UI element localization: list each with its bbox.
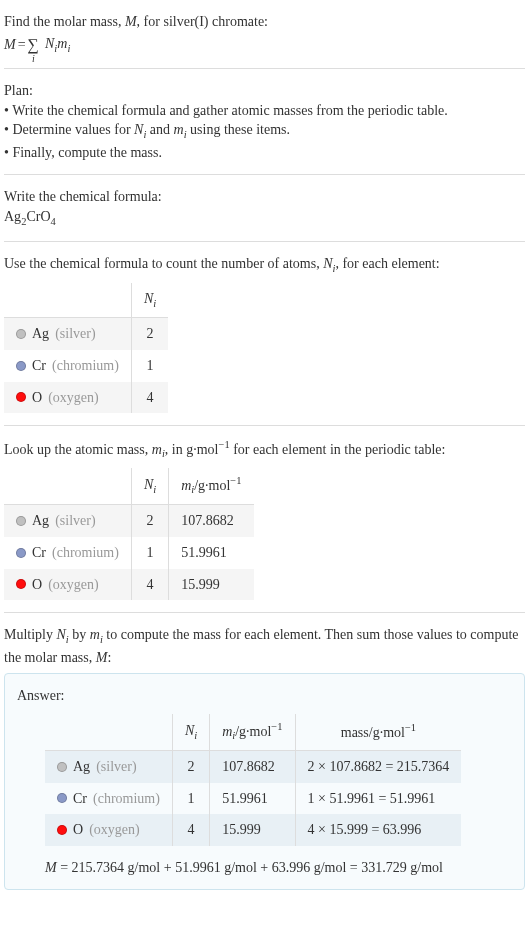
header-mass: mass/g·mol−1 (295, 714, 461, 751)
element-name: (chromium) (93, 789, 160, 809)
plan-title: Plan: (4, 81, 525, 101)
plan-bullet-2: • Determine values for Ni and mi using t… (4, 120, 525, 142)
element-name: (oxygen) (48, 388, 99, 408)
final-answer: M = 215.7364 g/mol + 51.9961 g/mol + 63.… (45, 858, 512, 878)
element-dot-icon (16, 361, 26, 371)
n-value: 2 (172, 751, 209, 783)
element-dot-icon (16, 548, 26, 558)
multiply-section: Multiply Ni by mi to compute the mass fo… (4, 617, 525, 898)
table-row: Cr (chromium)1 (4, 350, 168, 382)
atomic-mass-section: Look up the atomic mass, mi, in g·mol−1 … (4, 430, 525, 608)
element-dot-icon (57, 793, 67, 803)
element-symbol: Cr (32, 356, 46, 376)
header-ni: Ni (172, 714, 209, 751)
element-cell: Ag (silver) (45, 751, 172, 783)
multiply-intro: Multiply Ni by mi to compute the mass fo… (4, 625, 525, 667)
n-value: 1 (131, 537, 168, 569)
divider (4, 612, 525, 613)
divider (4, 174, 525, 175)
element-dot-icon (16, 392, 26, 402)
table-row: O (oxygen)415.999 (4, 569, 254, 601)
divider (4, 241, 525, 242)
table-header-row: Ni mi/g·mol−1 (4, 468, 254, 505)
divider (4, 425, 525, 426)
m-value: 51.9961 (169, 537, 254, 569)
n-value: 4 (131, 382, 168, 414)
n-value: 2 (131, 318, 168, 350)
element-cell: Ag (silver) (4, 505, 131, 537)
element-name: (oxygen) (48, 575, 99, 595)
intro-text: Find the molar mass, M, for silver(I) ch… (4, 12, 525, 32)
element-cell: O (oxygen) (4, 569, 131, 601)
table-header-row: Ni (4, 283, 168, 318)
element-cell: O (oxygen) (45, 814, 172, 846)
table-row: Ag (silver)2107.86822 × 107.8682 = 215.7… (45, 751, 461, 783)
element-name: (silver) (55, 324, 95, 344)
element-dot-icon (16, 516, 26, 526)
n-value: 2 (131, 505, 168, 537)
element-cell: Cr (chromium) (45, 783, 172, 815)
intro-section: Find the molar mass, M, for silver(I) ch… (4, 4, 525, 64)
answer-box: Answer: Ni mi/g·mol−1 mass/g·mol−1 Ag (s… (4, 673, 525, 890)
table-row: Ag (silver)2107.8682 (4, 505, 254, 537)
element-cell: Cr (chromium) (4, 350, 131, 382)
header-mi: mi/g·mol−1 (169, 468, 254, 505)
m-value: 15.999 (210, 814, 295, 846)
element-dot-icon (16, 579, 26, 589)
answer-title: Answer: (17, 686, 512, 706)
count-atoms-section: Use the chemical formula to count the nu… (4, 246, 525, 421)
count-intro: Use the chemical formula to count the nu… (4, 254, 525, 276)
mass-calc: 4 × 15.999 = 63.996 (295, 814, 461, 846)
element-symbol: O (32, 388, 42, 408)
header-ni: Ni (131, 283, 168, 318)
n-value: 4 (172, 814, 209, 846)
answer-table: Ni mi/g·mol−1 mass/g·mol−1 Ag (silver)21… (45, 714, 461, 846)
mass-calc: 2 × 107.8682 = 215.7364 (295, 751, 461, 783)
plan-section: Plan: • Write the chemical formula and g… (4, 73, 525, 170)
plan-bullet-1: • Write the chemical formula and gather … (4, 101, 525, 121)
table-row: O (oxygen)415.9994 × 15.999 = 63.996 (45, 814, 461, 846)
atomic-mass-table: Ni mi/g·mol−1 Ag (silver)2107.8682Cr (ch… (4, 468, 254, 600)
molar-mass-equation: M = ∑ i Nimi (4, 34, 525, 56)
element-name: (silver) (96, 757, 136, 777)
element-dot-icon (57, 762, 67, 772)
element-symbol: O (32, 575, 42, 595)
m-value: 107.8682 (210, 751, 295, 783)
table-row: Cr (chromium)151.99611 × 51.9961 = 51.99… (45, 783, 461, 815)
n-value: 1 (172, 783, 209, 815)
m-value: 107.8682 (169, 505, 254, 537)
divider (4, 68, 525, 69)
element-symbol: Cr (32, 543, 46, 563)
atom-count-table: Ni Ag (silver)2Cr (chromium)1O (oxygen)4 (4, 283, 168, 413)
mass-calc: 1 × 51.9961 = 51.9961 (295, 783, 461, 815)
chemical-formula: Ag2CrO4 (4, 207, 525, 229)
element-dot-icon (16, 329, 26, 339)
element-symbol: Ag (73, 757, 90, 777)
element-symbol: Ag (32, 511, 49, 531)
table-row: Ag (silver)2 (4, 318, 168, 350)
element-symbol: Ag (32, 324, 49, 344)
m-value: 15.999 (169, 569, 254, 601)
element-dot-icon (57, 825, 67, 835)
element-name: (silver) (55, 511, 95, 531)
element-name: (oxygen) (89, 820, 140, 840)
mass-intro: Look up the atomic mass, mi, in g·mol−1 … (4, 438, 525, 462)
n-value: 1 (131, 350, 168, 382)
table-row: O (oxygen)4 (4, 382, 168, 414)
header-mi: mi/g·mol−1 (210, 714, 295, 751)
table-row: Cr (chromium)151.9961 (4, 537, 254, 569)
element-symbol: O (73, 820, 83, 840)
plan-bullet-3: • Finally, compute the mass. (4, 143, 525, 163)
header-ni: Ni (131, 468, 168, 505)
element-cell: Cr (chromium) (4, 537, 131, 569)
chemical-formula-section: Write the chemical formula: Ag2CrO4 (4, 179, 525, 237)
m-value: 51.9961 (210, 783, 295, 815)
element-cell: Ag (silver) (4, 318, 131, 350)
element-cell: O (oxygen) (4, 382, 131, 414)
n-value: 4 (131, 569, 168, 601)
element-name: (chromium) (52, 543, 119, 563)
element-symbol: Cr (73, 789, 87, 809)
element-name: (chromium) (52, 356, 119, 376)
formula-title: Write the chemical formula: (4, 187, 525, 207)
table-header-row: Ni mi/g·mol−1 mass/g·mol−1 (45, 714, 461, 751)
